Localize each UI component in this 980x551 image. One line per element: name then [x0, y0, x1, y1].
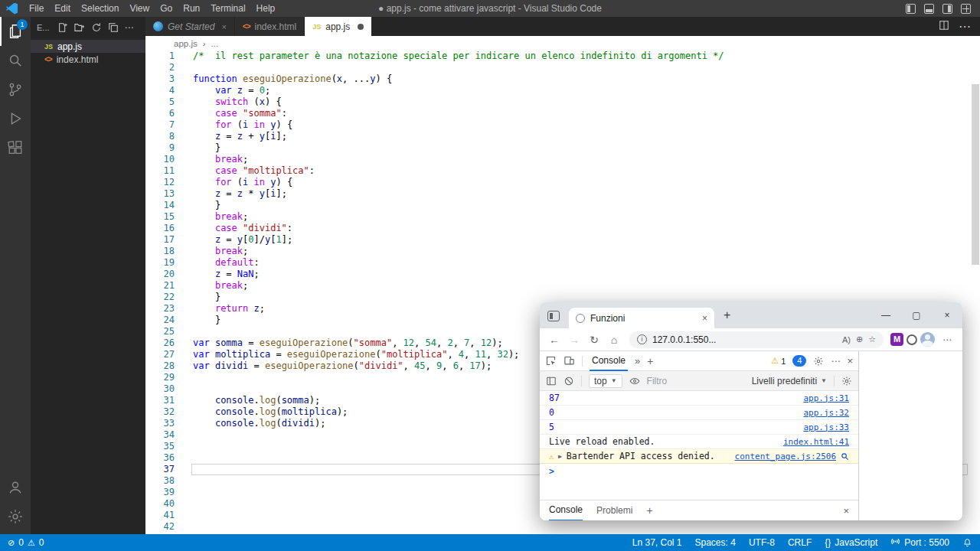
line-number[interactable]: 17	[145, 234, 193, 246]
profile-avatar[interactable]	[920, 332, 935, 347]
source-link[interactable]: index.html:41	[783, 437, 849, 447]
line-number[interactable]: 32	[145, 406, 193, 418]
site-info-icon[interactable]: i	[637, 334, 647, 344]
line-number[interactable]: 22	[145, 292, 193, 303]
console-row[interactable]: 5app.js:33	[540, 420, 858, 435]
line-number[interactable]: 12	[145, 177, 193, 188]
refresh-explorer-icon[interactable]	[91, 22, 102, 33]
code-line[interactable]: 1/* il rest parameter è una notazione sp…	[145, 51, 980, 62]
devtools-more-icon[interactable]: ⋯	[831, 356, 840, 367]
line-number[interactable]: 18	[145, 246, 193, 257]
code-line[interactable]: 18 break;	[145, 246, 980, 257]
zoom-icon[interactable]: ⊕	[856, 334, 863, 344]
context-selector[interactable]: top ▼	[589, 374, 622, 388]
code-line[interactable]: 14 }	[145, 200, 980, 211]
menu-view[interactable]: View	[124, 0, 155, 17]
code-text[interactable]: case "somma":	[193, 108, 980, 119]
source-link[interactable]: app.js:31	[803, 393, 849, 403]
code-line[interactable]: 6 case "somma":	[145, 108, 980, 119]
console-prompt[interactable]: >	[540, 464, 858, 478]
editor-more-icon[interactable]: ⋯	[959, 19, 971, 34]
filter-input[interactable]	[647, 376, 731, 386]
close-tab-icon[interactable]: ×	[221, 22, 226, 31]
explorer-more-icon[interactable]: ⋯	[125, 22, 134, 33]
line-number[interactable]: 31	[145, 395, 193, 406]
minimize-icon[interactable]: —	[871, 310, 901, 321]
line-number[interactable]: 33	[145, 418, 193, 429]
close-window-icon[interactable]: ×	[932, 310, 962, 321]
device-toolbar-icon[interactable]	[564, 355, 575, 367]
code-text[interactable]: function eseguiOperazione(x, ...y) {	[193, 73, 980, 85]
notifications-bell-icon[interactable]	[962, 538, 972, 548]
code-line[interactable]: 21 break;	[145, 280, 980, 292]
encoding[interactable]: UTF-8	[749, 537, 775, 548]
tab-app-js[interactable]: JS app.js	[305, 17, 372, 36]
close-devtools-icon[interactable]: ×	[847, 355, 853, 367]
line-number[interactable]: 28	[145, 360, 193, 372]
close-drawer-icon[interactable]: ×	[843, 505, 849, 517]
devtools-settings-icon[interactable]	[813, 356, 824, 367]
favorites-star-icon[interactable]: ☆	[868, 334, 876, 344]
source-control-icon[interactable]	[0, 75, 31, 104]
expand-arrow-icon[interactable]: ▶	[558, 453, 562, 460]
live-server-port[interactable]: Port : 5500	[890, 536, 949, 549]
code-line[interactable]: 8 z = z + y[i];	[145, 131, 980, 142]
code-text[interactable]: break;	[193, 280, 980, 292]
console-panel-tab[interactable]: Console	[590, 351, 628, 371]
code-line[interactable]: 4 var z = 0;	[145, 85, 980, 96]
code-text[interactable]: var z = 0;	[193, 85, 980, 96]
drawer-tab-console[interactable]: Console	[549, 500, 583, 521]
line-number[interactable]: 1	[145, 51, 193, 62]
new-folder-icon[interactable]	[74, 22, 85, 33]
warning-summary[interactable]: ⚠ 1	[771, 356, 786, 366]
line-number[interactable]: 3	[145, 73, 193, 85]
problems-status[interactable]: ⊘ 0 ⚠ 0	[8, 537, 44, 548]
code-line[interactable]: 15 break;	[145, 211, 980, 223]
line-number[interactable]: 37	[145, 464, 193, 475]
close-browser-tab-icon[interactable]: ×	[702, 313, 707, 324]
code-line[interactable]: 3function eseguiOperazione(x, ...y) {	[145, 73, 980, 85]
line-number[interactable]: 4	[145, 85, 193, 96]
refresh-icon[interactable]: ↻	[586, 334, 603, 346]
eol-sequence[interactable]: CRLF	[788, 537, 812, 548]
search-icon[interactable]	[0, 46, 31, 75]
line-number[interactable]: 11	[145, 165, 193, 177]
console-row[interactable]: 87app.js:31	[540, 391, 858, 406]
console-row[interactable]: Live reload enabled.index.html:41	[540, 435, 858, 449]
line-number[interactable]: 23	[145, 303, 193, 315]
indentation[interactable]: Spaces: 4	[695, 537, 736, 548]
console-sidebar-icon[interactable]	[546, 376, 557, 386]
menu-run[interactable]: Run	[178, 0, 205, 17]
code-line[interactable]: 17 z = y[0]/y[1];	[145, 234, 980, 246]
line-number[interactable]: 13	[145, 188, 193, 200]
line-number[interactable]: 34	[145, 429, 193, 441]
code-line[interactable]: 5 switch (x) {	[145, 96, 980, 108]
customize-layout-icon[interactable]	[961, 4, 971, 14]
add-drawer-tab-icon[interactable]: +	[646, 504, 652, 517]
new-file-icon[interactable]	[57, 22, 68, 33]
code-text[interactable]	[193, 521, 980, 533]
line-number[interactable]: 16	[145, 223, 193, 234]
maximize-icon[interactable]: ▢	[901, 310, 932, 321]
more-panels-icon[interactable]: »	[635, 355, 640, 367]
account-icon[interactable]	[0, 473, 31, 502]
eye-icon[interactable]	[629, 376, 640, 386]
source-link[interactable]: app.js:33	[803, 422, 849, 432]
line-number[interactable]: 14	[145, 200, 193, 211]
cursor-position[interactable]: Ln 37, Col 1	[632, 537, 682, 548]
code-line[interactable]: 11 case "moltiplica":	[145, 165, 980, 177]
settings-gear-icon[interactable]	[0, 502, 31, 531]
clear-console-icon[interactable]	[564, 376, 574, 386]
line-number[interactable]: 15	[145, 211, 193, 223]
code-text[interactable]: case "moltiplica":	[193, 165, 980, 177]
log-levels-selector[interactable]: Livelli predefiniti ▼	[752, 376, 827, 386]
code-text[interactable]: case "dividi":	[193, 223, 980, 234]
new-tab-icon[interactable]: +	[724, 309, 730, 321]
line-number[interactable]: 19	[145, 257, 193, 269]
code-line[interactable]: 13 z = z * y[i];	[145, 188, 980, 200]
line-number[interactable]: 6	[145, 108, 193, 119]
line-number[interactable]: 2	[145, 62, 193, 73]
run-debug-icon[interactable]	[0, 104, 31, 133]
source-link[interactable]: content_page.js:2506	[735, 452, 836, 461]
forward-icon[interactable]: →	[566, 334, 583, 346]
